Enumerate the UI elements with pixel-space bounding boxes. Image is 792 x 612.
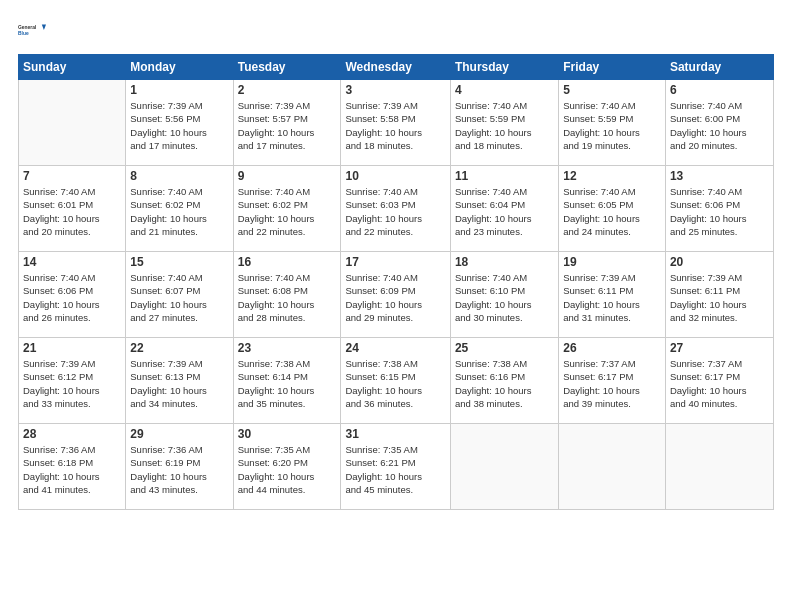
day-number: 29 (130, 427, 228, 441)
calendar-cell: 25Sunrise: 7:38 AM Sunset: 6:16 PM Dayli… (450, 338, 558, 424)
calendar-cell: 2Sunrise: 7:39 AM Sunset: 5:57 PM Daylig… (233, 80, 341, 166)
calendar-cell: 13Sunrise: 7:40 AM Sunset: 6:06 PM Dayli… (665, 166, 773, 252)
day-detail: Sunrise: 7:40 AM Sunset: 6:06 PM Dayligh… (23, 271, 121, 324)
day-number: 9 (238, 169, 337, 183)
calendar-page: GeneralBlue SundayMondayTuesdayWednesday… (0, 0, 792, 612)
week-row-3: 14Sunrise: 7:40 AM Sunset: 6:06 PM Dayli… (19, 252, 774, 338)
calendar-cell: 12Sunrise: 7:40 AM Sunset: 6:05 PM Dayli… (559, 166, 666, 252)
day-number: 19 (563, 255, 661, 269)
day-number: 1 (130, 83, 228, 97)
calendar-cell: 22Sunrise: 7:39 AM Sunset: 6:13 PM Dayli… (126, 338, 233, 424)
day-number: 23 (238, 341, 337, 355)
day-detail: Sunrise: 7:40 AM Sunset: 6:04 PM Dayligh… (455, 185, 554, 238)
svg-marker-2 (42, 24, 46, 30)
day-detail: Sunrise: 7:40 AM Sunset: 5:59 PM Dayligh… (455, 99, 554, 152)
day-detail: Sunrise: 7:35 AM Sunset: 6:21 PM Dayligh… (345, 443, 445, 496)
day-detail: Sunrise: 7:37 AM Sunset: 6:17 PM Dayligh… (563, 357, 661, 410)
day-number: 24 (345, 341, 445, 355)
day-detail: Sunrise: 7:38 AM Sunset: 6:15 PM Dayligh… (345, 357, 445, 410)
day-number: 7 (23, 169, 121, 183)
day-detail: Sunrise: 7:40 AM Sunset: 6:03 PM Dayligh… (345, 185, 445, 238)
day-number: 27 (670, 341, 769, 355)
calendar-cell (665, 424, 773, 510)
calendar-table: SundayMondayTuesdayWednesdayThursdayFrid… (18, 54, 774, 510)
day-number: 17 (345, 255, 445, 269)
calendar-cell: 17Sunrise: 7:40 AM Sunset: 6:09 PM Dayli… (341, 252, 450, 338)
calendar-cell: 16Sunrise: 7:40 AM Sunset: 6:08 PM Dayli… (233, 252, 341, 338)
calendar-cell: 5Sunrise: 7:40 AM Sunset: 5:59 PM Daylig… (559, 80, 666, 166)
day-detail: Sunrise: 7:35 AM Sunset: 6:20 PM Dayligh… (238, 443, 337, 496)
day-detail: Sunrise: 7:39 AM Sunset: 6:11 PM Dayligh… (563, 271, 661, 324)
calendar-cell: 15Sunrise: 7:40 AM Sunset: 6:07 PM Dayli… (126, 252, 233, 338)
day-detail: Sunrise: 7:38 AM Sunset: 6:14 PM Dayligh… (238, 357, 337, 410)
calendar-cell: 31Sunrise: 7:35 AM Sunset: 6:21 PM Dayli… (341, 424, 450, 510)
svg-text:General: General (18, 25, 37, 30)
calendar-cell: 18Sunrise: 7:40 AM Sunset: 6:10 PM Dayli… (450, 252, 558, 338)
day-number: 5 (563, 83, 661, 97)
week-row-4: 21Sunrise: 7:39 AM Sunset: 6:12 PM Dayli… (19, 338, 774, 424)
day-number: 31 (345, 427, 445, 441)
day-number: 12 (563, 169, 661, 183)
calendar-cell (19, 80, 126, 166)
day-detail: Sunrise: 7:40 AM Sunset: 6:10 PM Dayligh… (455, 271, 554, 324)
day-number: 11 (455, 169, 554, 183)
day-detail: Sunrise: 7:40 AM Sunset: 6:00 PM Dayligh… (670, 99, 769, 152)
calendar-cell: 14Sunrise: 7:40 AM Sunset: 6:06 PM Dayli… (19, 252, 126, 338)
day-detail: Sunrise: 7:40 AM Sunset: 6:08 PM Dayligh… (238, 271, 337, 324)
calendar-cell: 7Sunrise: 7:40 AM Sunset: 6:01 PM Daylig… (19, 166, 126, 252)
calendar-header-row: SundayMondayTuesdayWednesdayThursdayFrid… (19, 55, 774, 80)
day-detail: Sunrise: 7:40 AM Sunset: 6:02 PM Dayligh… (238, 185, 337, 238)
day-detail: Sunrise: 7:39 AM Sunset: 5:58 PM Dayligh… (345, 99, 445, 152)
calendar-cell: 24Sunrise: 7:38 AM Sunset: 6:15 PM Dayli… (341, 338, 450, 424)
calendar-cell: 29Sunrise: 7:36 AM Sunset: 6:19 PM Dayli… (126, 424, 233, 510)
day-header-monday: Monday (126, 55, 233, 80)
day-number: 28 (23, 427, 121, 441)
day-number: 3 (345, 83, 445, 97)
calendar-cell: 23Sunrise: 7:38 AM Sunset: 6:14 PM Dayli… (233, 338, 341, 424)
day-header-tuesday: Tuesday (233, 55, 341, 80)
calendar-cell: 11Sunrise: 7:40 AM Sunset: 6:04 PM Dayli… (450, 166, 558, 252)
calendar-cell: 9Sunrise: 7:40 AM Sunset: 6:02 PM Daylig… (233, 166, 341, 252)
calendar-cell: 6Sunrise: 7:40 AM Sunset: 6:00 PM Daylig… (665, 80, 773, 166)
calendar-cell: 28Sunrise: 7:36 AM Sunset: 6:18 PM Dayli… (19, 424, 126, 510)
day-detail: Sunrise: 7:39 AM Sunset: 6:11 PM Dayligh… (670, 271, 769, 324)
day-detail: Sunrise: 7:39 AM Sunset: 6:12 PM Dayligh… (23, 357, 121, 410)
day-detail: Sunrise: 7:40 AM Sunset: 6:07 PM Dayligh… (130, 271, 228, 324)
day-number: 16 (238, 255, 337, 269)
day-detail: Sunrise: 7:36 AM Sunset: 6:18 PM Dayligh… (23, 443, 121, 496)
svg-text:Blue: Blue (18, 31, 29, 36)
calendar-cell: 4Sunrise: 7:40 AM Sunset: 5:59 PM Daylig… (450, 80, 558, 166)
day-number: 4 (455, 83, 554, 97)
day-number: 10 (345, 169, 445, 183)
day-number: 15 (130, 255, 228, 269)
week-row-2: 7Sunrise: 7:40 AM Sunset: 6:01 PM Daylig… (19, 166, 774, 252)
day-number: 2 (238, 83, 337, 97)
day-detail: Sunrise: 7:36 AM Sunset: 6:19 PM Dayligh… (130, 443, 228, 496)
calendar-cell (559, 424, 666, 510)
logo-icon: GeneralBlue (18, 16, 46, 44)
day-number: 14 (23, 255, 121, 269)
calendar-cell: 20Sunrise: 7:39 AM Sunset: 6:11 PM Dayli… (665, 252, 773, 338)
day-number: 26 (563, 341, 661, 355)
calendar-cell: 10Sunrise: 7:40 AM Sunset: 6:03 PM Dayli… (341, 166, 450, 252)
week-row-1: 1Sunrise: 7:39 AM Sunset: 5:56 PM Daylig… (19, 80, 774, 166)
day-detail: Sunrise: 7:40 AM Sunset: 5:59 PM Dayligh… (563, 99, 661, 152)
day-header-thursday: Thursday (450, 55, 558, 80)
day-detail: Sunrise: 7:39 AM Sunset: 6:13 PM Dayligh… (130, 357, 228, 410)
day-header-sunday: Sunday (19, 55, 126, 80)
header: GeneralBlue (18, 16, 774, 44)
day-detail: Sunrise: 7:39 AM Sunset: 5:56 PM Dayligh… (130, 99, 228, 152)
day-detail: Sunrise: 7:40 AM Sunset: 6:01 PM Dayligh… (23, 185, 121, 238)
calendar-cell (450, 424, 558, 510)
calendar-cell: 26Sunrise: 7:37 AM Sunset: 6:17 PM Dayli… (559, 338, 666, 424)
day-detail: Sunrise: 7:40 AM Sunset: 6:09 PM Dayligh… (345, 271, 445, 324)
logo: GeneralBlue (18, 16, 46, 44)
day-detail: Sunrise: 7:38 AM Sunset: 6:16 PM Dayligh… (455, 357, 554, 410)
day-header-saturday: Saturday (665, 55, 773, 80)
calendar-cell: 19Sunrise: 7:39 AM Sunset: 6:11 PM Dayli… (559, 252, 666, 338)
day-detail: Sunrise: 7:37 AM Sunset: 6:17 PM Dayligh… (670, 357, 769, 410)
calendar-cell: 30Sunrise: 7:35 AM Sunset: 6:20 PM Dayli… (233, 424, 341, 510)
calendar-cell: 8Sunrise: 7:40 AM Sunset: 6:02 PM Daylig… (126, 166, 233, 252)
day-number: 18 (455, 255, 554, 269)
calendar-cell: 21Sunrise: 7:39 AM Sunset: 6:12 PM Dayli… (19, 338, 126, 424)
